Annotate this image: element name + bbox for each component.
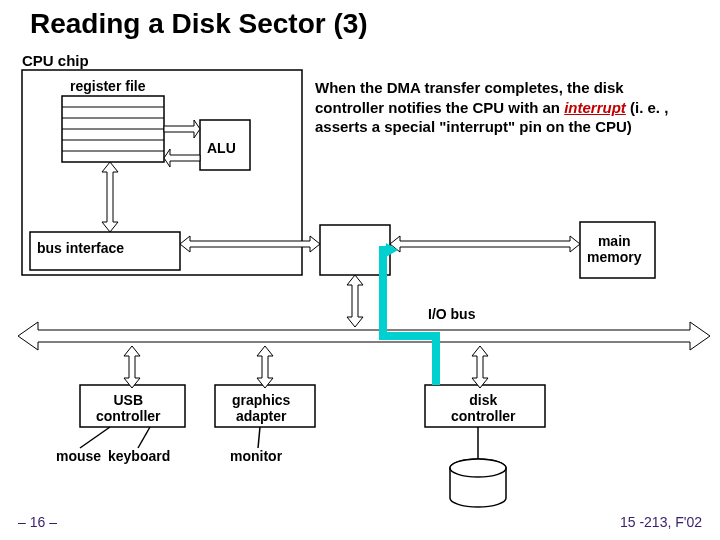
usb-controller-box xyxy=(80,385,185,427)
main-memory-box xyxy=(580,222,655,278)
disk-controller-box xyxy=(425,385,545,427)
alu-box xyxy=(200,120,250,170)
bridge-memory-arrow xyxy=(390,236,580,252)
svg-point-9 xyxy=(450,459,506,477)
iobus-diskctrl-arrow xyxy=(472,346,488,388)
bus-interface-box xyxy=(30,232,180,270)
businterface-bridge-arrow xyxy=(180,236,320,252)
svg-line-7 xyxy=(258,427,260,448)
svg-line-6 xyxy=(138,427,150,448)
graphics-adapter-box xyxy=(215,385,315,427)
diagram-svg xyxy=(0,0,720,540)
io-bus-arrow xyxy=(18,322,710,350)
alu-to-regfile-arrow xyxy=(164,149,200,167)
regfile-to-alu-arrow xyxy=(164,120,200,138)
regfile-businterface-arrow xyxy=(102,162,118,232)
interrupt-path xyxy=(383,250,436,385)
bridge-iobus-arrow xyxy=(347,275,363,327)
iobus-usb-arrow xyxy=(124,346,140,388)
svg-line-5 xyxy=(80,427,110,448)
iobus-graphics-arrow xyxy=(257,346,273,388)
